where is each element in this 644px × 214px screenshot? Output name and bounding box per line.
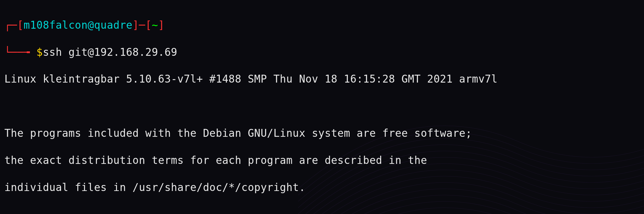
prompt-line-2: └──╼ $ssh git@192.168.29.69 — [4, 46, 640, 59]
terminal-output[interactable]: ┌─[m108falcon@quadre]─[~] └──╼ $ssh git@… — [4, 5, 640, 214]
blank-line — [4, 208, 640, 214]
prompt-arrow-icon: └──╼ — [4, 46, 36, 58]
prompt-bracket-close-icon: ] — [132, 19, 139, 31]
prompt-bracket-open2-icon: [ — [145, 19, 152, 31]
blank-line — [4, 100, 640, 113]
prompt-bracket-close2-icon: ] — [158, 19, 164, 31]
prompt-cwd: ~ — [152, 19, 158, 31]
prompt-dollar: $ — [36, 46, 43, 58]
uname-output: Linux kleintragbar 5.10.63-v7l+ #1488 SM… — [4, 72, 640, 86]
prompt-host: quadre — [94, 19, 132, 31]
prompt-at: @ — [88, 19, 94, 31]
command-text: ssh git@192.168.29.69 — [43, 46, 177, 58]
prompt-bracket-icon: ┌─[ — [4, 19, 24, 31]
prompt-user: m108falcon — [24, 19, 88, 31]
motd-para1-line2: the exact distribution terms for each pr… — [4, 154, 640, 167]
motd-para1-line3: individual files in /usr/share/doc/*/cop… — [4, 181, 640, 194]
prompt-line-1: ┌─[m108falcon@quadre]─[~] — [4, 19, 640, 32]
motd-para1-line1: The programs included with the Debian GN… — [4, 127, 640, 140]
prompt-dash: ─ — [139, 19, 145, 31]
